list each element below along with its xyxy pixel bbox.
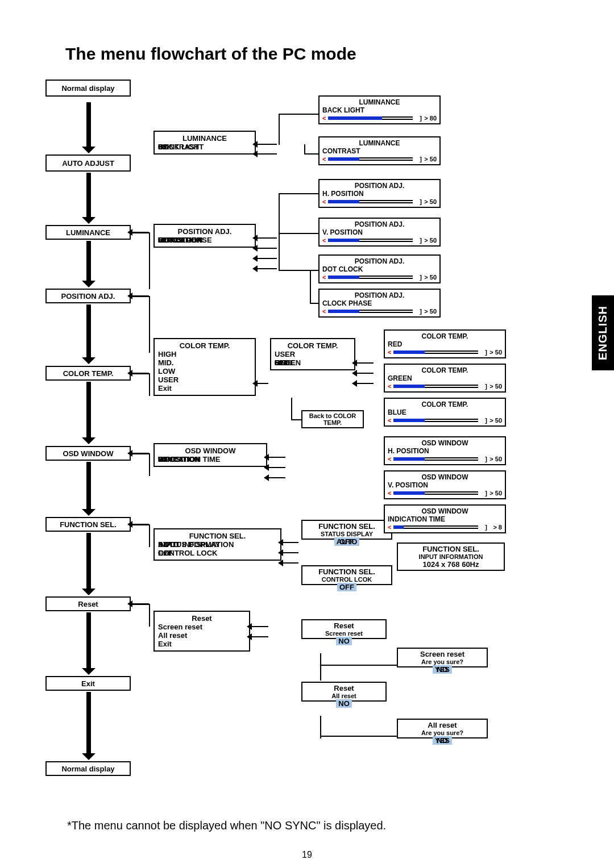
label: LOW: [158, 367, 251, 375]
arrow-icon: [257, 258, 277, 259]
menu-func-input: FUNCTION SEL. INPUT INFORMATION 1024 x 7…: [397, 542, 505, 571]
value: > 50: [489, 456, 502, 462]
value: > 50: [424, 308, 437, 315]
slider-osd-h: OSD WINDOW H. POSITION <]> 50: [384, 436, 506, 465]
box-auto-adjust: AUTO ADJUST: [45, 155, 131, 172]
slider-position-v: POSITION ADJ. V. POSITION <]> 50: [318, 218, 441, 247]
arrow-icon: [86, 382, 91, 439]
arrow-icon: [257, 268, 277, 269]
arrow-icon: [251, 636, 268, 637]
box-exit: Exit: [45, 676, 131, 691]
box-normal-display-2: Normal display: [45, 761, 131, 776]
label: BLUE: [388, 408, 502, 416]
menu-title: Reset: [305, 684, 383, 692]
value: > 50: [424, 198, 437, 205]
label: V. POSITION: [388, 481, 502, 489]
line: [132, 524, 150, 525]
label: All reset: [305, 692, 383, 699]
label: INDICATION TIME: [388, 515, 502, 523]
arrow-icon: [283, 552, 298, 553]
option-no: NO: [336, 637, 352, 645]
arrow-icon: [257, 248, 277, 249]
option-no: NO: [437, 665, 448, 674]
arrow-icon: [257, 144, 277, 145]
slider-position-h: POSITION ADJ. H. POSITION <]> 50: [318, 179, 441, 208]
menu-reset-screen: Reset Screen reset YESNO: [301, 619, 387, 639]
arrow-icon: [356, 373, 374, 374]
arrow-icon: [86, 173, 91, 218]
label: RED: [388, 340, 502, 348]
value: > 50: [489, 383, 502, 390]
line: [304, 144, 305, 153]
line: [320, 653, 321, 681]
label: COLOR TEMP.: [388, 332, 502, 340]
line: [132, 604, 150, 605]
label: CONTROL LCOK: [305, 576, 389, 583]
line: [279, 233, 318, 234]
menu-title: LUMINANCE: [158, 134, 251, 143]
label: Screen reset: [305, 630, 383, 637]
menu-title: COLOR TEMP.: [158, 341, 251, 350]
menu-title: Reset: [158, 614, 246, 623]
label: STATUS DISPLAY: [305, 531, 389, 537]
line: [310, 303, 318, 304]
slider-ct-blue: COLOR TEMP. BLUE <]> 50: [384, 398, 506, 427]
arrow-icon: [268, 477, 285, 478]
arrow-icon: [257, 237, 277, 239]
value: AUTO: [158, 540, 179, 549]
line: [132, 453, 150, 454]
menu-function: FUNCTION SEL. STATUS DISPLAYAUTO INPUT I…: [154, 528, 281, 561]
flowchart: Normal display AUTO ADJUST LUMINANCE POS…: [45, 80, 512, 801]
line: [132, 373, 150, 374]
label: BACK LIGHT: [322, 106, 437, 114]
confirm-screen: Screen reset Are you sure? YESNO: [397, 648, 488, 667]
line: [291, 419, 301, 420]
label: COLOR TEMP.: [388, 366, 502, 374]
label: OSD WINDOW: [388, 439, 502, 447]
arrow-icon: [268, 457, 285, 458]
value: > 50: [489, 349, 502, 356]
menu-title: FUNCTION SEL.: [400, 545, 501, 553]
option-no: NO: [437, 736, 448, 745]
line: [320, 736, 397, 737]
language-tab: ENGLISH: [592, 295, 614, 370]
menu-osd: OSD WINDOW H.POSITION50 V.POSITION50 IND…: [154, 443, 267, 467]
label: COLOR TEMP.: [388, 400, 502, 408]
menu-title: OSD WINDOW: [158, 446, 263, 455]
menu-func-status: FUNCTION SEL. STATUS DISPLAY AUTOOFF: [301, 520, 392, 540]
box-position-adj: POSITION ADJ.: [45, 289, 131, 303]
arrow-icon: [251, 626, 268, 627]
option-off: OFF: [337, 583, 356, 591]
box-color-temp: COLOR TEMP.: [45, 366, 131, 381]
menu-reset-all: Reset All reset YESNO: [301, 682, 387, 702]
line: [149, 296, 150, 353]
menu-title: POSITION ADJ.: [158, 227, 251, 236]
label: Screen reset: [158, 623, 246, 631]
value: 50: [275, 358, 283, 367]
value: > 50: [424, 156, 437, 162]
value: > 50: [424, 274, 437, 281]
menu-title: All reset: [400, 721, 484, 729]
line: [279, 193, 318, 194]
label: POSITION ADJ.: [322, 291, 437, 299]
arrow-icon: [86, 304, 91, 358]
line: [149, 232, 150, 289]
label: GREEN: [388, 374, 502, 382]
menu-title: FUNCTION SEL.: [305, 567, 389, 576]
line: [310, 270, 311, 303]
page-number: 19: [0, 850, 614, 860]
label: INPUT INFORMATION: [400, 553, 501, 560]
confirm-all: All reset Are you sure? YESNO: [397, 719, 488, 738]
label: Exit: [158, 384, 251, 393]
option-no: NO: [336, 699, 352, 708]
arrow-icon: [86, 462, 91, 510]
slider-ct-red: COLOR TEMP. RED <]> 50: [384, 329, 506, 358]
line: [291, 398, 292, 419]
line: [279, 193, 280, 270]
menu-title: Screen reset: [400, 650, 484, 658]
box-back-colortemp: Back to COLOR TEMP.: [301, 410, 364, 428]
line: [320, 665, 397, 666]
menu-title: COLOR TEMP.: [275, 341, 351, 350]
label: OSD WINDOW: [388, 507, 502, 515]
arrow-icon: [257, 153, 277, 155]
